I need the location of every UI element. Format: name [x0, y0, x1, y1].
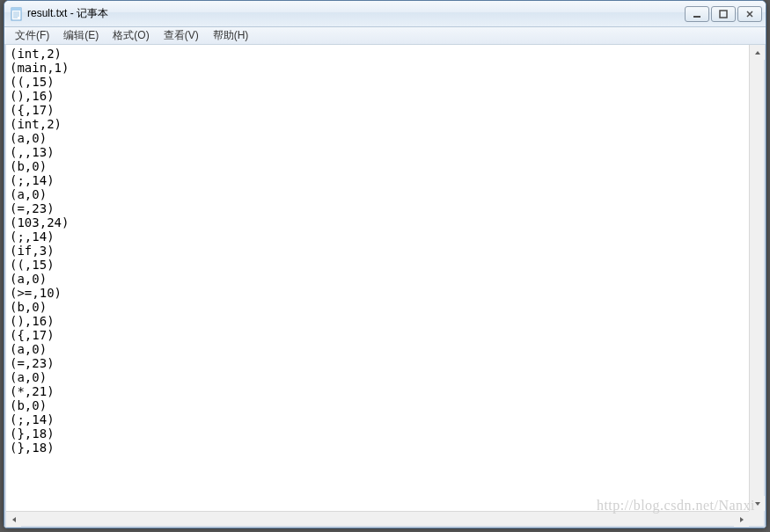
menu-format[interactable]: 格式(O): [106, 26, 156, 45]
svg-rect-1: [11, 8, 21, 11]
titlebar[interactable]: result.txt - 记事本: [4, 1, 766, 27]
svg-rect-6: [693, 16, 700, 18]
notepad-icon: [10, 7, 24, 21]
close-button[interactable]: [737, 6, 762, 22]
scroll-corner: [749, 511, 764, 526]
text-area[interactable]: (int,2) (main,1) ((,15) (),16) ({,17) (i…: [6, 45, 764, 526]
menu-edit[interactable]: 编辑(E): [56, 26, 106, 45]
menubar: 文件(F) 编辑(E) 格式(O) 查看(V) 帮助(H): [4, 27, 766, 45]
maximize-button[interactable]: [711, 6, 736, 22]
scroll-left-icon[interactable]: [6, 512, 21, 527]
scroll-up-icon[interactable]: [750, 45, 765, 60]
notepad-window: result.txt - 记事本 文件(F) 编辑(E) 格式(O) 查看(V)…: [4, 0, 766, 528]
horizontal-scrollbar[interactable]: [6, 511, 749, 526]
minimize-button[interactable]: [685, 6, 709, 22]
menu-file[interactable]: 文件(F): [8, 26, 56, 45]
vertical-scrollbar[interactable]: [749, 45, 764, 511]
menu-view[interactable]: 查看(V): [157, 26, 206, 45]
window-title: result.txt - 记事本: [27, 6, 685, 21]
scroll-down-icon[interactable]: [750, 496, 765, 511]
scroll-right-icon[interactable]: [734, 512, 749, 527]
svg-rect-7: [720, 11, 727, 18]
editor-frame: (int,2) (main,1) ((,15) (),16) ({,17) (i…: [4, 45, 766, 528]
window-controls: [685, 6, 762, 22]
menu-help[interactable]: 帮助(H): [206, 26, 256, 45]
